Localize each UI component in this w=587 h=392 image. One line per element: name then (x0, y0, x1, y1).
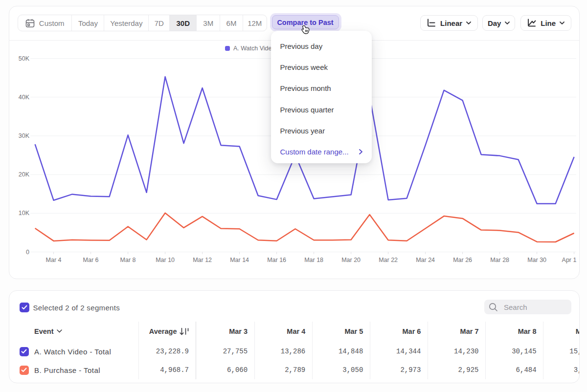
svg-text:40K: 40K (19, 94, 30, 101)
svg-text:Apr 1: Apr 1 (562, 257, 577, 263)
svg-text:Mar 24: Mar 24 (416, 257, 435, 263)
svg-text:Mar 8: Mar 8 (120, 257, 136, 263)
svg-text:30K: 30K (19, 132, 30, 139)
svg-text:20K: 20K (19, 171, 30, 178)
svg-text:Mar 16: Mar 16 (267, 257, 286, 263)
svg-text:Mar 30: Mar 30 (527, 257, 546, 263)
svg-text:Mar 10: Mar 10 (156, 257, 175, 263)
svg-text:Mar 28: Mar 28 (490, 257, 509, 263)
svg-text:Mar 18: Mar 18 (304, 257, 323, 263)
svg-text:0: 0 (26, 249, 29, 256)
svg-text:Mar 6: Mar 6 (83, 257, 99, 263)
svg-text:Mar 22: Mar 22 (379, 257, 398, 263)
svg-text:10K: 10K (19, 210, 30, 217)
svg-text:Mar 4: Mar 4 (46, 257, 62, 263)
svg-text:Mar 14: Mar 14 (230, 257, 249, 263)
svg-text:50K: 50K (19, 55, 30, 62)
svg-text:Mar 12: Mar 12 (193, 257, 212, 263)
svg-text:Mar 26: Mar 26 (453, 257, 472, 263)
svg-text:Mar 20: Mar 20 (341, 257, 361, 263)
